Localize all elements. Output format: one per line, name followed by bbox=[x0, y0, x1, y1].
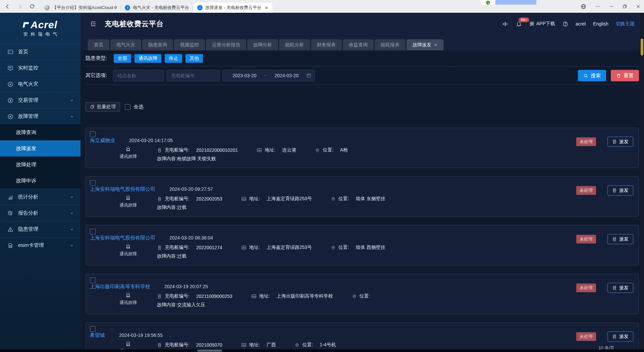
fault-type-block: 通讯故障 bbox=[112, 145, 144, 160]
dispatch-button[interactable]: 派发 bbox=[607, 283, 633, 293]
date-start[interactable]: 2023-03-20 bbox=[226, 73, 263, 78]
filter-chip-comm-fault[interactable]: 通讯故障 bbox=[135, 54, 161, 63]
charging-pile-icon bbox=[157, 148, 162, 153]
fault-content: 故障内容:交流输入欠压 bbox=[157, 302, 635, 308]
charging-pile-icon bbox=[157, 343, 162, 348]
vertical-scroll-thumb[interactable] bbox=[641, 39, 643, 55]
station-link[interactable]: 上海安科瑞电气股份有限公司 bbox=[90, 235, 155, 241]
dispatch-button[interactable]: 派发 bbox=[607, 332, 633, 342]
browser-forward-icon[interactable] bbox=[17, 4, 23, 9]
vertical-scrollbar[interactable] bbox=[640, 13, 644, 352]
window-minimize-icon[interactable] bbox=[609, 4, 614, 9]
dispatch-button[interactable]: 派发 bbox=[607, 185, 633, 195]
horizontal-scrollbar[interactable] bbox=[0, 349, 644, 352]
tab-video-monitor[interactable]: 视频监控 bbox=[174, 39, 205, 50]
tab-energy-analysis[interactable]: 能耗分析 bbox=[279, 39, 310, 50]
sidebar-item-fault-management[interactable]: 故障管理 bbox=[0, 108, 80, 124]
address-icon bbox=[241, 342, 247, 348]
tab-hazard-query[interactable]: 隐患查询 bbox=[142, 39, 173, 50]
sidebar-item-statistics[interactable]: 统计分析 bbox=[0, 189, 80, 205]
card-checkbox[interactable] bbox=[90, 326, 96, 332]
browser-menu-icon[interactable] bbox=[595, 4, 600, 9]
tab-close-icon[interactable]: ✕ bbox=[265, 5, 268, 10]
sidebar-fold-icon[interactable] bbox=[90, 20, 97, 27]
fault-type-block: 通讯故障 bbox=[112, 243, 144, 257]
batch-button-label: 批量处理 bbox=[97, 104, 116, 110]
fault-type-label: 通讯故障 bbox=[119, 300, 137, 306]
reset-button[interactable]: 重置 bbox=[611, 70, 639, 81]
station-link[interactable]: 上海出版印刷高等专科学校 bbox=[90, 283, 150, 290]
username[interactable]: acrel bbox=[576, 21, 586, 27]
sidebar-item-fault-query[interactable]: 故障查询 bbox=[0, 124, 80, 140]
filter-chip-other[interactable]: 其他 bbox=[185, 54, 203, 63]
station-name-input[interactable] bbox=[113, 70, 164, 81]
card-checkbox[interactable] bbox=[90, 131, 96, 137]
tab-fault-dispatch-active[interactable]: 故障派发 ✕ bbox=[407, 39, 443, 50]
sidebar-item-reports[interactable]: 报告分析 bbox=[0, 205, 80, 221]
tab-energy-report[interactable]: 能耗报表 bbox=[375, 39, 406, 50]
hazard-type-filter-row: 隐患类型: 全部 通讯故障 停止 其他 bbox=[86, 50, 639, 67]
tab-finance-report[interactable]: 财务报表 bbox=[311, 39, 342, 50]
tab-home[interactable]: 首页 bbox=[88, 39, 109, 50]
select-all-checkbox[interactable] bbox=[125, 104, 130, 110]
browser-refresh-icon[interactable] bbox=[30, 4, 35, 9]
batch-process-button[interactable]: 批量处理 bbox=[86, 102, 120, 112]
tab-revenue-query[interactable]: 收益查询 bbox=[343, 39, 374, 50]
dispatch-button[interactable]: 派发 bbox=[607, 234, 633, 244]
browser-chrome: 【平台介绍】安科瑞AcrelCloud-9 ⚡ 电气火灾 - 充电桩收费云平台 … bbox=[0, 0, 644, 13]
dispatch-label: 派发 bbox=[619, 334, 629, 340]
other-options-label: 其它选项: bbox=[86, 72, 113, 79]
horizontal-scroll-thumb[interactable] bbox=[197, 350, 222, 352]
theme-switch-link[interactable]: 切换主题 bbox=[616, 21, 635, 27]
calendar-icon[interactable] bbox=[306, 73, 311, 78]
card-checkbox[interactable] bbox=[90, 180, 96, 186]
sidebar-item-fault-handle[interactable]: 故障处理 bbox=[0, 157, 80, 173]
sidebar-item-monitoring[interactable]: 实时监控 bbox=[0, 60, 80, 76]
mute-icon[interactable] bbox=[502, 21, 508, 27]
sidebar-item-hazard-management[interactable]: 隐患管理 bbox=[0, 221, 80, 237]
sidebar-item-electrical-fire[interactable]: 电气火灾 bbox=[0, 76, 80, 92]
filter-chip-all[interactable]: 全部 bbox=[114, 54, 131, 63]
browser-tab-2[interactable]: ⚡ 电气火灾 - 充电桩收费云平台 bbox=[121, 3, 193, 13]
browser-tab-active[interactable]: ⚡ 故障派发 - 充电桩收费云平台 ✕ bbox=[193, 3, 272, 13]
chevron-down-icon bbox=[70, 227, 74, 231]
sidebar-item-transactions[interactable]: 交易管理 bbox=[0, 92, 80, 108]
tab-fault-analysis[interactable]: 故障分析 bbox=[247, 39, 278, 50]
language-switch[interactable]: English bbox=[593, 21, 608, 27]
date-end[interactable]: 2024-03-20 bbox=[268, 73, 305, 78]
sidebar-item-home[interactable]: 首页 bbox=[0, 44, 80, 60]
station-link[interactable]: 海立威物业 bbox=[90, 137, 115, 144]
window-close-icon[interactable] bbox=[636, 4, 641, 9]
list-toolbar: 批量处理 全选 bbox=[86, 102, 639, 112]
location-value: 墙体 西侧壁挂 bbox=[356, 245, 385, 251]
station-link[interactable]: 希望城 bbox=[90, 332, 105, 339]
browser-tab-1[interactable]: 【平台介绍】安科瑞AcrelCloud-9 bbox=[40, 3, 121, 13]
pile-number: 2021022000010201 bbox=[196, 147, 238, 153]
siren-icon bbox=[125, 243, 131, 250]
station-link[interactable]: 上海安科瑞电气股份有限公司 bbox=[90, 186, 155, 192]
sidebar-item-fault-dispatch[interactable]: 故障派发 bbox=[0, 140, 80, 157]
sidebar-item-label: 隐患管理 bbox=[18, 226, 65, 232]
help-icon[interactable] bbox=[562, 21, 568, 27]
sidebar-item-esim[interactable]: esim卡管理 bbox=[0, 237, 80, 253]
card-checkbox[interactable] bbox=[90, 229, 96, 234]
globe-icon[interactable] bbox=[581, 4, 586, 9]
dispatch-button[interactable]: 派发 bbox=[607, 137, 633, 147]
window-restore-icon[interactable] bbox=[623, 4, 627, 9]
sidebar-item-fault-appeal[interactable]: 故障申诉 bbox=[0, 173, 80, 189]
pile-number-input[interactable] bbox=[167, 70, 220, 81]
date-range-picker[interactable]: 2023-03-20 ~ 2024-03-20 bbox=[222, 70, 315, 81]
app-download-link[interactable]: APP下载 bbox=[529, 21, 555, 27]
browser-back-icon[interactable] bbox=[5, 4, 10, 9]
trash-icon bbox=[616, 73, 621, 78]
tab-electrical-fire[interactable]: 电气火灾 bbox=[110, 39, 141, 50]
notifications-bell-icon[interactable]: 99+ bbox=[516, 21, 522, 27]
tab-close-icon[interactable]: ✕ bbox=[434, 43, 437, 47]
dispatch-label: 派发 bbox=[619, 139, 629, 145]
tab-favicon bbox=[44, 5, 50, 10]
fault-type-label: 通讯故障 bbox=[119, 153, 137, 160]
card-checkbox[interactable] bbox=[90, 277, 96, 283]
tab-operation-report[interactable]: 运营分析报告 bbox=[206, 39, 246, 50]
filter-chip-stop[interactable]: 停止 bbox=[165, 54, 182, 63]
search-button[interactable]: 搜索 bbox=[578, 70, 606, 81]
